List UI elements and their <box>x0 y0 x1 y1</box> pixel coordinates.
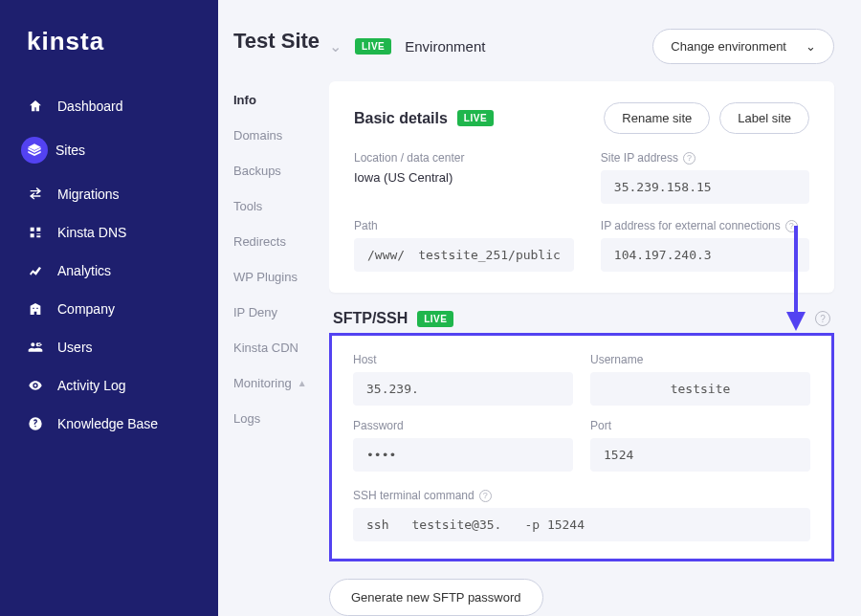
port-value[interactable]: 1524 <box>590 438 810 472</box>
port-label: Port <box>590 419 810 432</box>
host-field: Host 35.239. <box>353 353 573 406</box>
sftp-title: SFTP/SSH <box>333 310 408 327</box>
nav-item-analytics[interactable]: Analytics <box>0 252 218 290</box>
notification-icon: ▲ <box>298 378 307 388</box>
host-value[interactable]: 35.239. <box>353 372 573 406</box>
help-icon <box>27 416 44 431</box>
env-indicator: ⌄ LIVE Environment <box>329 37 485 55</box>
nav-item-sites[interactable]: Sites <box>0 125 218 175</box>
brand-logo: kinsta <box>0 27 218 87</box>
nav-item-migrations[interactable]: Migrations <box>0 175 218 213</box>
subnav-item-backups[interactable]: Backups <box>233 153 329 188</box>
home-icon <box>27 99 44 114</box>
content: ⌄ LIVE Environment Change environment ⌄ … <box>329 0 861 616</box>
label-site-button[interactable]: Label site <box>719 102 809 134</box>
nav-label: Analytics <box>57 263 111 278</box>
nav-item-company[interactable]: Company <box>0 290 218 328</box>
sftp-card: Host 35.239. Username testsite Password … <box>329 333 834 561</box>
help-icon[interactable]: ? <box>683 152 695 165</box>
nav-item-activity-log[interactable]: Activity Log <box>0 366 218 405</box>
change-env-label: Change environment <box>671 39 786 54</box>
subnav-item-monitoring[interactable]: Monitoring▲ <box>233 365 329 401</box>
basic-details-card: Basic details LIVE Rename site Label sit… <box>329 81 834 293</box>
password-field: Password •••• <box>353 419 573 472</box>
subnav-item-wp-plugins[interactable]: WP Plugins <box>233 259 329 295</box>
users-icon <box>27 340 44 355</box>
nav-item-kinsta-dns[interactable]: Kinsta DNS <box>0 213 218 252</box>
nav-item-dashboard[interactable]: Dashboard <box>0 87 218 125</box>
nav-item-knowledge-base[interactable]: Knowledge Base <box>0 405 218 443</box>
nav-label: Activity Log <box>57 378 126 393</box>
generate-sftp-password-button[interactable]: Generate new SFTP password <box>329 579 543 616</box>
subnav-item-domains[interactable]: Domains <box>233 118 329 153</box>
subnav-item-info[interactable]: Info <box>233 82 329 118</box>
ext-ip-field: IP address for external connections? 104… <box>601 219 809 272</box>
ext-ip-label: IP address for external connections <box>601 219 781 232</box>
subnav-item-redirects[interactable]: Redirects <box>233 224 329 259</box>
port-field: Port 1524 <box>590 419 810 472</box>
location-value: Iowa (US Central) <box>354 170 574 185</box>
password-label: Password <box>353 419 573 432</box>
path-label: Path <box>354 219 574 232</box>
nav-label: Company <box>57 301 115 317</box>
site-ip-field: Site IP address? 35.239.158.15 <box>601 151 809 204</box>
rename-site-button[interactable]: Rename site <box>604 102 710 134</box>
subnav-item-tools[interactable]: Tools <box>233 188 329 224</box>
chevron-down-icon: ⌄ <box>806 39 816 54</box>
host-label: Host <box>353 353 573 366</box>
eye-icon <box>27 378 44 393</box>
path-field: Path /www/ testsite_251/public <box>354 219 574 272</box>
nav-item-users[interactable]: Users <box>0 328 218 366</box>
nav-label: Sites <box>55 143 85 158</box>
chevron-down-icon[interactable]: ⌄ <box>329 37 342 55</box>
page-title: Test Site <box>233 29 320 54</box>
nav-label: Dashboard <box>57 99 123 114</box>
analytics-icon <box>27 263 44 278</box>
ssh-command-label: SSH terminal command <box>353 489 475 502</box>
ext-ip-value[interactable]: 104.197.240.3 <box>601 238 809 272</box>
help-icon[interactable]: ? <box>785 220 798 232</box>
location-field: Location / data center Iowa (US Central) <box>354 151 574 204</box>
migrate-icon <box>27 187 44 202</box>
location-label: Location / data center <box>354 151 574 165</box>
ssh-command-field: SSH terminal command? ssh testsite@35. -… <box>353 489 810 541</box>
basic-details-title: Basic details <box>354 110 448 127</box>
subnav-item-ip-deny[interactable]: IP Deny <box>233 295 329 330</box>
help-icon[interactable]: ? <box>479 490 492 502</box>
site-ip-value[interactable]: 35.239.158.15 <box>601 170 809 204</box>
username-field: Username testsite <box>590 353 810 406</box>
sftp-section-header: SFTP/SSH LIVE ? <box>329 310 834 327</box>
path-value[interactable]: /www/ testsite_251/public <box>354 238 574 272</box>
ssh-command-value[interactable]: ssh testsite@35. -p 15244 <box>353 508 810 541</box>
nav-label: Knowledge Base <box>57 416 158 431</box>
username-value[interactable]: testsite <box>590 372 810 406</box>
header: ⌄ LIVE Environment Change environment ⌄ <box>329 0 861 64</box>
help-icon[interactable]: ? <box>815 311 830 326</box>
building-icon <box>27 301 44 317</box>
env-badge: LIVE <box>417 311 453 327</box>
env-badge: LIVE <box>457 110 494 126</box>
password-value[interactable]: •••• <box>353 438 573 472</box>
layers-icon <box>21 137 48 164</box>
nav-label: Users <box>57 340 93 355</box>
nav-label: Kinsta DNS <box>57 225 126 240</box>
main: Test Site Info Domains Backups Tools Red… <box>218 0 861 616</box>
change-environment-button[interactable]: Change environment ⌄ <box>652 29 834 64</box>
env-label: Environment <box>405 38 485 55</box>
env-badge: LIVE <box>355 38 391 55</box>
site-ip-label: Site IP address <box>601 151 678 165</box>
subnav: Test Site Info Domains Backups Tools Red… <box>218 0 329 616</box>
subnav-item-kinsta-cdn[interactable]: Kinsta CDN <box>233 330 329 365</box>
nav-label: Migrations <box>57 187 120 202</box>
subnav-item-logs[interactable]: Logs <box>233 401 329 436</box>
brand-text: kinsta <box>27 27 104 55</box>
dns-icon <box>27 225 44 240</box>
sidebar: kinsta Dashboard Sites Migrations Kinsta… <box>0 0 218 616</box>
username-label: Username <box>590 353 810 366</box>
